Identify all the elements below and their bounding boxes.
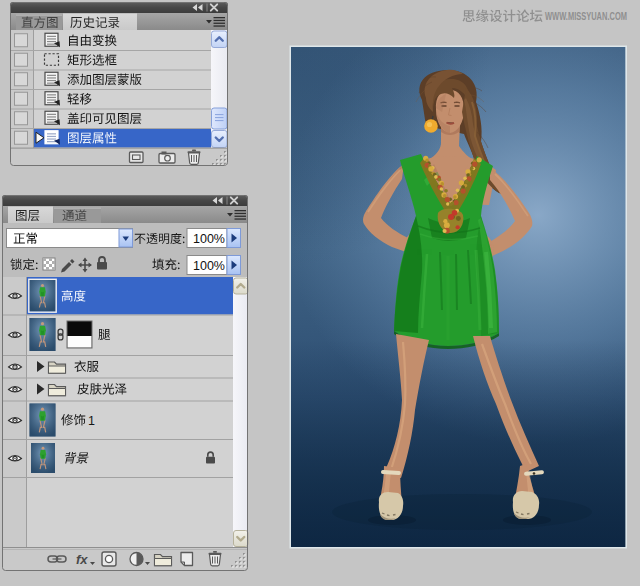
svg-text:1: 1: [88, 414, 95, 428]
svg-text:WWW.MISSYUAN.COM: WWW.MISSYUAN.COM: [545, 11, 627, 22]
svg-text:100%: 100%: [193, 259, 225, 273]
svg-text:fx: fx: [76, 552, 88, 567]
svg-text:100%: 100%: [193, 232, 225, 246]
